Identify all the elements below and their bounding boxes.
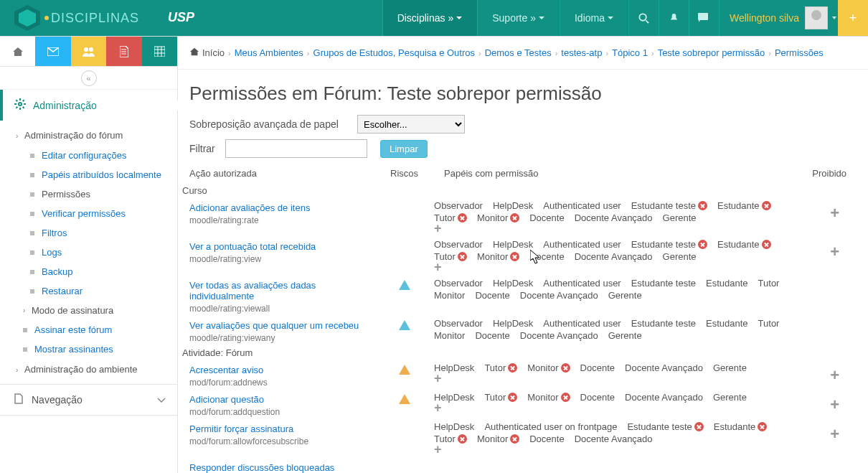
breadcrumb-item[interactable]: Teste sobrepor permissão	[658, 47, 765, 58]
svg-line-2	[646, 20, 648, 23]
sidebar-tree-item[interactable]: Verificar permissões	[30, 204, 177, 223]
filter-input[interactable]	[225, 139, 367, 158]
delete-role-icon[interactable]	[508, 393, 517, 402]
delete-role-icon[interactable]	[508, 363, 517, 373]
breadcrumb-item[interactable]: Tópico 1	[612, 47, 648, 58]
delete-role-icon[interactable]	[698, 240, 707, 249]
role-chip: Monitor	[527, 392, 570, 403]
sidebar-tree-item[interactable]: Logs	[30, 243, 177, 262]
users-icon[interactable]	[71, 37, 106, 66]
role-chip: Estudante teste	[631, 318, 696, 329]
sidebar-tree-item[interactable]: Assinar este fórum	[23, 320, 177, 339]
mail-icon[interactable]	[35, 37, 70, 66]
delete-role-icon[interactable]	[698, 201, 707, 210]
nav-block-header[interactable]: Navegação	[0, 385, 177, 415]
capability-link[interactable]: Ver avaliações que qualquer um recebeu	[189, 320, 374, 331]
role-chip: Authenticated user	[543, 278, 621, 289]
sidebar-tree-item[interactable]: Editar configurações	[30, 146, 177, 165]
document-icon[interactable]	[106, 37, 141, 66]
delete-role-icon[interactable]	[458, 213, 467, 223]
sidebar-tree-item[interactable]: Restaurar	[30, 281, 177, 301]
tree-section-course-admin[interactable]: ›Administração do ambiente	[16, 359, 177, 380]
delete-role-icon[interactable]	[561, 393, 570, 402]
delete-role-icon[interactable]	[758, 422, 767, 431]
clear-button[interactable]: Limpar	[380, 140, 428, 158]
delete-role-icon[interactable]	[458, 252, 467, 261]
sidebar-tree-link[interactable]: Mostrar assinantes	[34, 344, 113, 355]
admin-block-header[interactable]: Administração	[0, 90, 177, 121]
calendar-icon[interactable]	[142, 37, 177, 66]
admin-block-title: Administração	[33, 100, 97, 111]
sidebar-tree-item[interactable]: Filtros	[30, 223, 177, 243]
role-list: HelpDeskTutorMonitorDocenteDocente Avanç…	[434, 362, 795, 373]
sidebar-tree-link[interactable]: Filtros	[42, 228, 67, 238]
brand[interactable]: DISCIPLINAS	[0, 0, 146, 36]
breadcrumb-item[interactable]: Meus Ambientes	[235, 47, 303, 58]
sidebar-tree-link[interactable]: Permissões	[42, 189, 90, 200]
sidebar-tree-link[interactable]: Editar configurações	[42, 150, 127, 161]
usp-logo-icon: USP	[168, 6, 204, 30]
sidebar-tree-link[interactable]: Restaurar	[42, 286, 82, 296]
delete-role-icon[interactable]	[762, 240, 771, 249]
search-icon[interactable]	[628, 0, 659, 36]
breadcrumb-item[interactable]: Grupos de Estudos, Pesquisa e Outros	[313, 47, 475, 58]
capability-cell: Ver a pontuação total recebidamoodle/rat…	[178, 237, 379, 276]
prohibited-cell: +	[801, 419, 868, 458]
add-role-icon[interactable]: +	[434, 373, 442, 383]
delete-role-icon[interactable]	[762, 201, 771, 210]
add-prohibit-icon[interactable]: +	[830, 243, 839, 261]
add-prohibit-icon[interactable]: +	[830, 366, 839, 384]
add-prohibit-icon[interactable]: +	[830, 395, 839, 413]
menu-disciplinas[interactable]: Disciplinas »	[382, 0, 478, 36]
caret-down-icon	[539, 17, 544, 19]
capability-link[interactable]: Adicionar avaliações de itens	[189, 202, 374, 213]
home-icon[interactable]	[0, 37, 35, 66]
sidebar-tree-link[interactable]: Backup	[42, 266, 72, 277]
add-block-button[interactable]: +	[838, 0, 868, 36]
breadcrumb-item[interactable]: Demos e Testes	[485, 47, 552, 58]
chat-icon[interactable]	[689, 0, 719, 36]
sidebar-tree-item[interactable]: ›Modo de assinatura	[23, 301, 177, 320]
capability-link[interactable]: Ver todas as avaliações dadas individual…	[189, 280, 374, 301]
main-content: Início›Meus Ambientes›Grupos de Estudos,…	[178, 37, 868, 473]
add-prohibit-icon[interactable]: +	[830, 204, 839, 222]
caret-down-icon	[608, 17, 613, 19]
capability-group-header: Curso	[178, 183, 868, 198]
delete-role-icon[interactable]	[694, 422, 704, 431]
capability-link[interactable]: Responder discussões bloqueadas	[189, 462, 374, 473]
sidebar-tree-item[interactable]: Mostrar assinantes	[23, 339, 177, 359]
sidebar-tree-item[interactable]: Papéis atribuídos localmente	[30, 165, 177, 184]
breadcrumb-item[interactable]: testes-atp	[561, 47, 602, 58]
sidebar-tree-item[interactable]: Permissões	[30, 184, 177, 204]
delete-role-icon[interactable]	[458, 434, 467, 444]
sidebar-tree-link[interactable]: Assinar este fórum	[34, 324, 112, 335]
capability-link[interactable]: Acrescentar aviso	[189, 365, 374, 375]
delete-role-icon[interactable]	[510, 434, 519, 444]
add-role-icon[interactable]: +	[434, 223, 442, 233]
collapse-sidebar-button[interactable]: «	[81, 70, 97, 86]
capability-link[interactable]: Ver a pontuação total recebida	[189, 241, 374, 252]
add-role-icon[interactable]: +	[434, 262, 442, 272]
capability-link[interactable]: Permitir forçar assinatura	[189, 423, 374, 434]
override-role-select[interactable]: Escolher...	[357, 115, 465, 134]
breadcrumb-item[interactable]: Permissões	[775, 47, 824, 58]
sidebar-tree-link[interactable]: Papéis atribuídos localmente	[42, 169, 161, 180]
delete-role-icon[interactable]	[510, 252, 519, 261]
bell-icon[interactable]	[659, 0, 689, 36]
top-menu: Disciplinas » Suporte » Idioma	[382, 0, 628, 36]
user-menu[interactable]: Wellington silva	[719, 0, 838, 36]
sidebar-tree-link[interactable]: Logs	[42, 247, 62, 258]
capability-link[interactable]: Adicionar questão	[189, 394, 374, 405]
menu-suporte[interactable]: Suporte »	[477, 0, 560, 36]
add-role-icon[interactable]: +	[434, 403, 442, 413]
sidebar-tree-link[interactable]: Verificar permissões	[42, 208, 126, 219]
add-role-icon[interactable]: +	[434, 444, 442, 454]
delete-role-icon[interactable]	[561, 363, 570, 373]
permission-row: Adicionar avaliações de itensmoodle/rati…	[178, 198, 868, 237]
sidebar-tree-item[interactable]: Backup	[30, 262, 177, 281]
add-prohibit-icon[interactable]: +	[830, 425, 839, 443]
menu-idioma[interactable]: Idioma	[560, 0, 628, 36]
tree-section-forum-admin[interactable]: ›Administração do fórum	[16, 125, 177, 146]
delete-role-icon[interactable]	[510, 213, 519, 223]
role-chip: Estudante teste	[631, 239, 707, 250]
